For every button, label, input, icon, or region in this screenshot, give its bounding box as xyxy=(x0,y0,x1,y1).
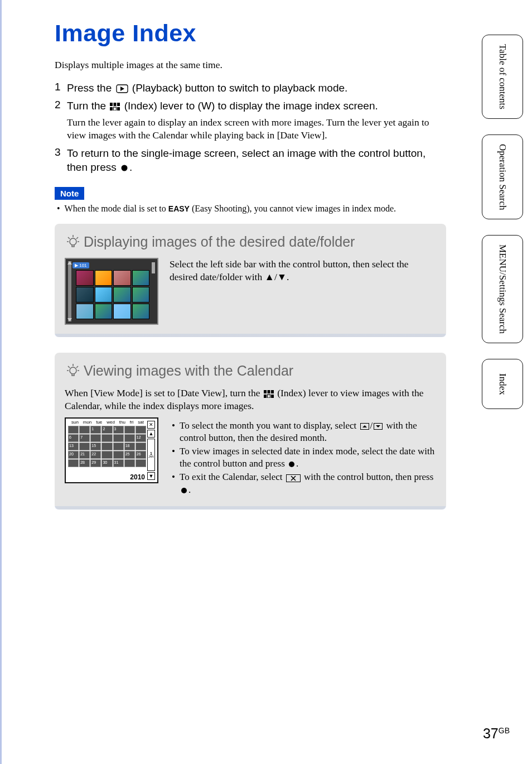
step-3: 3 To return to the single-image screen, … xyxy=(55,146,446,175)
center-button-icon xyxy=(288,461,295,468)
step-text-post: (Index) lever to (W) to display the imag… xyxy=(124,100,378,112)
folder-badge: ▶ 101 xyxy=(72,262,89,268)
step-text-post: . xyxy=(129,161,132,173)
index-icon xyxy=(264,390,274,398)
svg-rect-6 xyxy=(117,107,120,110)
svg-line-16 xyxy=(68,366,70,368)
step-2: 2 Turn the (Index) lever to (W) to displ… xyxy=(55,99,446,113)
intro-text: Displays multiple images at the same tim… xyxy=(55,59,446,71)
step-number: 1 xyxy=(55,81,67,93)
svg-point-8 xyxy=(70,238,76,245)
svg-rect-5 xyxy=(114,107,117,110)
note-text: When the mode dial is set to EASY (Easy … xyxy=(57,203,446,215)
step-text: To return to the single-image screen, se… xyxy=(67,146,446,175)
tab-index[interactable]: Index xyxy=(482,359,523,409)
tip-intro: When [View Mode] is set to [Date View], … xyxy=(65,387,436,413)
note-pre: When the mode dial is set to xyxy=(65,204,168,213)
svg-rect-25 xyxy=(271,395,274,398)
index-icon xyxy=(110,103,120,110)
note-label: Note xyxy=(55,187,84,200)
step-list: 1 Press the (Playback) button to switch … xyxy=(55,81,446,175)
step-text-post: (Playback) button to switch to playback … xyxy=(132,82,348,94)
svg-rect-2 xyxy=(114,103,117,106)
tip-title-text: Viewing images with the Calendar xyxy=(84,363,293,379)
easy-mode-label: EASY xyxy=(168,204,190,213)
tip-title: Viewing images with the Calendar xyxy=(65,363,436,379)
tip-title-text: Displaying images of the desired date/fo… xyxy=(84,234,355,250)
svg-rect-23 xyxy=(264,395,267,398)
svg-line-10 xyxy=(68,237,70,239)
svg-point-7 xyxy=(122,165,128,171)
calendar-thumbnail: sunmontuewedthufrisat 123671213151820212… xyxy=(65,417,158,483)
step-text-pre: Turn the xyxy=(67,100,109,112)
svg-rect-20 xyxy=(264,390,267,393)
tip-bullet: To view images in selected date in index… xyxy=(170,445,436,470)
svg-line-11 xyxy=(76,237,78,239)
page-number-suffix: GB xyxy=(499,726,510,735)
note-post: (Easy Shooting), you cannot view images … xyxy=(192,204,396,213)
tip-title: Displaying images of the desired date/fo… xyxy=(65,234,436,250)
step-text: Turn the (Index) lever to (W) to display… xyxy=(67,99,378,113)
svg-line-17 xyxy=(76,366,78,368)
page-number: 37GB xyxy=(483,725,510,742)
svg-rect-4 xyxy=(110,107,113,110)
tip-intro-pre: When [View Mode] is set to [Date View], … xyxy=(65,387,263,398)
playback-icon xyxy=(116,84,128,93)
center-button-icon xyxy=(120,164,128,172)
close-box-icon xyxy=(286,474,301,482)
calendar-month-label: 1JAN xyxy=(147,439,155,471)
side-nav-tabs: Table of contents Operation Search MENU/… xyxy=(482,35,523,409)
tip-bullet: To exit the Calendar, select with the co… xyxy=(170,471,436,496)
step-subtext: Turn the lever again to display an index… xyxy=(67,116,446,142)
calendar-close-icon: ✕ xyxy=(147,421,155,429)
svg-rect-22 xyxy=(271,390,274,393)
step-text: Press the (Playback) button to switch to… xyxy=(67,81,347,95)
svg-point-14 xyxy=(70,367,76,374)
tab-table-of-contents[interactable]: Table of contents xyxy=(482,35,523,119)
tip-bullet-list: To select the month you want to display,… xyxy=(170,420,436,497)
down-button-icon xyxy=(374,423,383,430)
tip-bullet: To select the month you want to display,… xyxy=(170,420,436,444)
svg-rect-24 xyxy=(267,395,270,398)
svg-rect-1 xyxy=(110,103,113,106)
svg-point-30 xyxy=(181,488,187,493)
svg-rect-21 xyxy=(267,390,270,393)
tip-box-1: Displaying images of the desired date/fo… xyxy=(55,224,446,337)
step-number: 2 xyxy=(55,99,67,111)
up-button-icon xyxy=(360,423,369,430)
calendar-up-icon: ▲ xyxy=(147,430,155,438)
lightbulb-icon xyxy=(66,363,80,378)
tip-body: Select the left side bar with the contro… xyxy=(170,258,436,284)
lightbulb-icon xyxy=(66,234,80,249)
svg-rect-3 xyxy=(117,103,120,106)
step-text-pre: Press the xyxy=(67,82,115,94)
tab-operation-search[interactable]: Operation Search xyxy=(482,134,523,219)
tab-menu-settings-search[interactable]: MENU/Settings Search xyxy=(482,235,523,343)
calendar-year: 2010 xyxy=(130,473,145,481)
calendar-down-icon: ▼ xyxy=(147,472,155,480)
page-title: Image Index xyxy=(55,20,446,47)
step-number: 3 xyxy=(55,146,67,158)
page-number-value: 37 xyxy=(483,725,499,741)
image-index-thumbnail: ▶ 101 xyxy=(65,258,158,325)
tip-box-2: Viewing images with the Calendar When [V… xyxy=(55,353,446,510)
svg-point-28 xyxy=(289,462,294,467)
step-1: 1 Press the (Playback) button to switch … xyxy=(55,81,446,95)
center-button-icon xyxy=(181,487,187,494)
